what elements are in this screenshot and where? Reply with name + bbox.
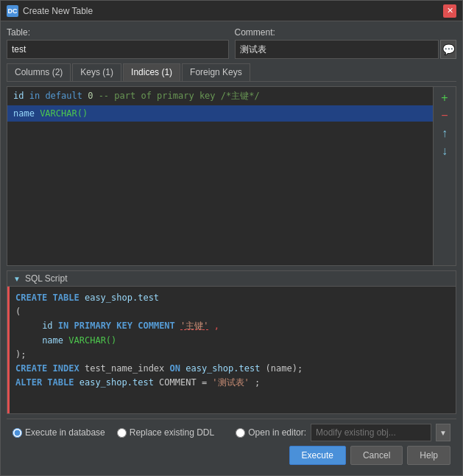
table-field-group: Table: (7, 27, 229, 59)
main-content: Table: Comment: 💬 Columns (2) Keys (1) I… (1, 21, 462, 475)
move-down-button[interactable]: ↓ (437, 143, 453, 159)
sql-line: name VARCHAR() (15, 334, 450, 348)
sql-line: ( (15, 305, 450, 319)
sql-collapse-icon[interactable]: ▼ (13, 275, 21, 283)
sql-body: CREATE TABLE easy_shop.test ( id IN PRIM… (7, 287, 456, 413)
app-icon: DC (7, 5, 18, 17)
sql-name-col: name (42, 335, 63, 346)
row-comment-cn: /*主键*/ (221, 91, 260, 101)
remove-row-button[interactable]: − (437, 108, 453, 124)
comment-icon-button[interactable]: 💬 (440, 40, 456, 59)
row-zero: 0 (88, 91, 98, 101)
sql-line: id IN PRIMARY KEY COMMENT '主键' , (15, 319, 450, 333)
tabs-row: Columns (2) Keys (1) Indices (1) Foreign… (7, 63, 456, 82)
sql-alter-table: easy_shop.test (79, 377, 154, 388)
row-in: in (29, 91, 46, 101)
radio-open-editor-input[interactable] (236, 428, 245, 438)
cancel-button[interactable]: Cancel (350, 446, 403, 465)
sql-semi: ; (255, 377, 260, 388)
table-row[interactable]: id in default 0 -- part of primary key /… (7, 87, 433, 105)
sql-header: ▼ SQL Script (7, 271, 456, 287)
sql-comment-str: '测试表' (212, 377, 249, 388)
sql-create-index-kw: CREATE INDEX (15, 363, 79, 374)
sql-alter-kw: ALTER TABLE (15, 377, 74, 388)
radio-row: Execute in database Replace existing DDL… (13, 424, 450, 441)
tab-foreign-keys[interactable]: Foreign Keys (182, 63, 250, 81)
sql-comma: , (214, 321, 219, 331)
radio-replace-label: Replace existing DDL (130, 427, 214, 438)
sql-section: ▼ SQL Script CREATE TABLE easy_shop.test… (7, 270, 456, 414)
sql-line: CREATE TABLE easy_shop.test (15, 291, 450, 305)
close-button[interactable]: ✕ (443, 4, 456, 18)
comment-row: 💬 (235, 40, 457, 59)
sql-primary-kw: PRIMARY KEY (74, 321, 132, 331)
sql-on-kw: ON (170, 363, 180, 374)
move-up-button[interactable]: ↑ (437, 125, 453, 141)
main-window: DC Create New Table ✕ Table: Comment: 💬 … (0, 0, 463, 476)
row-comment-text: -- part of primary key (99, 91, 221, 101)
radio-execute-input[interactable] (13, 428, 22, 438)
sql-table-name: easy_shop.test (85, 293, 159, 303)
comment-field-group: Comment: 💬 (235, 27, 457, 59)
row-varchar: VARCHAR() (40, 108, 88, 119)
comment-input[interactable] (235, 40, 439, 59)
tab-keys[interactable]: Keys (1) (72, 63, 121, 81)
top-fields: Table: Comment: 💬 (7, 27, 456, 59)
bottom-bar: Execute in database Replace existing DDL… (7, 419, 456, 469)
table-content: id in default 0 -- part of primary key /… (7, 87, 433, 265)
row-default: default (45, 91, 88, 101)
row-name: name (13, 108, 40, 119)
sql-comment-val: '主键' (180, 321, 208, 331)
editor-dropdown-input[interactable] (311, 424, 431, 441)
sql-comment-kw: COMMENT (138, 321, 175, 331)
radio-execute-in-db: Execute in database (13, 427, 105, 438)
radio-replace-ddl: Replace existing DDL (117, 427, 214, 438)
table-input[interactable] (7, 40, 229, 59)
tab-columns[interactable]: Columns (2) (7, 63, 71, 81)
sql-id-col: id (42, 321, 52, 331)
sql-line: ); (15, 348, 450, 362)
sql-space6: test_name_index (85, 363, 170, 374)
radio-execute-label: Execute in database (25, 427, 105, 438)
sql-indent (15, 321, 37, 331)
sql-in-kw: IN (58, 321, 68, 331)
title-bar: DC Create New Table ✕ (1, 1, 462, 21)
title-bar-left: DC Create New Table (7, 5, 93, 17)
row-id: id (13, 91, 29, 101)
radio-open-editor: Open in editor: (236, 427, 306, 438)
sql-comment-eq: COMMENT = (159, 377, 212, 388)
execute-button[interactable]: Execute (289, 446, 346, 465)
open-in-editor-label: Open in editor: (248, 427, 306, 438)
add-row-button[interactable]: + (437, 90, 453, 106)
sql-indent2 (15, 335, 37, 346)
tab-indices[interactable]: Indices (1) (123, 63, 180, 81)
help-button[interactable]: Help (407, 446, 450, 465)
table-label: Table: (7, 27, 229, 38)
sql-index-table: easy_shop.test (185, 363, 260, 374)
sql-varchar: VARCHAR() (68, 335, 116, 346)
window-title: Create New Table (23, 6, 93, 16)
dropdown-arrow-button[interactable]: ▼ (436, 424, 450, 441)
buttons-row: Execute Cancel Help (13, 446, 450, 465)
sql-paren-open: ( (15, 307, 21, 317)
open-in-editor-row: Open in editor: ▼ (236, 424, 450, 441)
sql-line: ALTER TABLE easy_shop.test COMMENT = '测试… (15, 376, 450, 390)
sql-line: CREATE INDEX test_name_index ON easy_sho… (15, 362, 450, 376)
sql-index-cols: (name); (266, 363, 303, 374)
sql-paren-close: ); (15, 349, 26, 360)
radio-replace-input[interactable] (117, 428, 127, 438)
sql-create-kw: CREATE TABLE (15, 293, 79, 303)
sidebar-buttons: + − ↑ ↓ (433, 87, 456, 265)
table-row[interactable]: name VARCHAR() (7, 105, 433, 122)
sql-header-label: SQL Script (25, 273, 68, 284)
table-area: id in default 0 -- part of primary key /… (7, 86, 456, 266)
comment-label: Comment: (235, 27, 457, 38)
